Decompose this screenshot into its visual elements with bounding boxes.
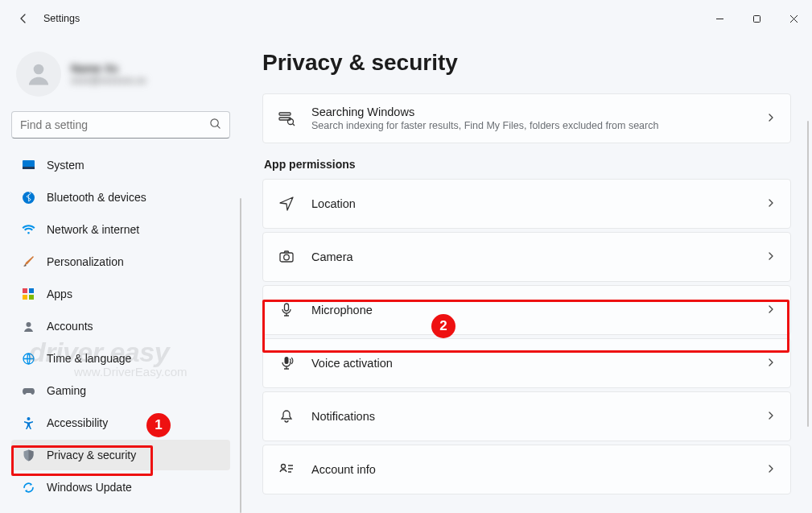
perm-label: Location [311,197,766,210]
sidebar-item-label: Windows Update [47,481,132,494]
camera-icon [278,248,295,266]
search-icon [209,118,221,133]
chevron-right-icon [766,409,776,424]
app-permissions-heading: App permissions [264,158,791,171]
account-info-icon [278,461,295,478]
perm-label: Camera [311,250,766,263]
bluetooth-icon [21,190,35,205]
globe-icon [21,351,35,366]
profile-email: xxxx@xxxxxxx.xx [71,75,146,86]
chevron-right-icon [766,303,776,317]
sidebar-item-label: Gaming [47,384,86,397]
searching-windows-card[interactable]: Searching Windows Search indexing for fa… [262,93,791,143]
system-icon [21,158,35,172]
svg-rect-9 [29,295,34,300]
sidebar-item-network[interactable]: Network & internet [11,214,230,245]
avatar [16,52,61,97]
svg-point-2 [211,118,218,126]
svg-rect-19 [285,357,289,364]
main-scrollbar[interactable] [807,121,809,427]
window-title: Settings [43,13,80,24]
location-icon [278,195,295,213]
svg-point-17 [284,254,290,260]
sidebar-item-label: Time & language [47,352,131,365]
sidebar-item-system[interactable]: System [11,150,230,180]
back-button[interactable] [16,11,31,26]
chevron-right-icon [766,197,776,211]
sidebar-item-accounts[interactable]: Accounts [11,311,230,341]
svg-rect-8 [23,295,27,300]
chevron-right-icon [766,462,776,477]
page-title: Privacy & security [262,50,791,76]
card-title: Searching Windows [311,105,766,118]
sidebar-item-label: Bluetooth & devices [47,191,146,204]
close-button[interactable] [775,0,812,37]
perm-voice-activation[interactable]: Voice activation [262,338,791,388]
search-index-icon [278,110,295,127]
sidebar-item-time-language[interactable]: Time & language [11,343,230,374]
perm-account-info[interactable]: Account info [262,445,791,494]
svg-rect-0 [753,15,760,22]
svg-point-10 [26,322,31,327]
perm-label: Microphone [311,304,766,316]
svg-point-12 [27,417,30,420]
svg-rect-13 [279,113,291,115]
chevron-right-icon [766,356,776,370]
perm-label: Voice activation [311,357,766,370]
accessibility-icon [21,416,35,430]
sidebar-item-personalization[interactable]: Personalization [11,246,230,277]
wifi-icon [21,222,35,237]
chevron-right-icon [766,250,776,264]
brush-icon [21,254,35,269]
perm-label: Account info [311,463,766,476]
minimize-button[interactable] [701,0,738,37]
perm-camera[interactable]: Camera [262,232,791,282]
sidebar-item-apps[interactable]: Apps [11,279,230,309]
sidebar-item-bluetooth[interactable]: Bluetooth & devices [11,182,230,213]
sidebar-item-label: Network & internet [47,223,139,236]
sidebar-item-label: System [47,159,84,172]
update-icon [21,480,35,494]
profile-block[interactable]: Name Xx xxxx@xxxxxxx.xx [11,45,230,111]
perm-label: Notifications [311,410,766,423]
svg-rect-4 [23,167,35,169]
maximize-button[interactable] [738,0,775,37]
chevron-right-icon [766,111,776,126]
svg-point-1 [34,64,44,75]
card-subtitle: Search indexing for faster results, Find… [311,120,766,131]
voice-icon [278,354,295,372]
svg-rect-18 [285,304,289,311]
sidebar-item-windows-update[interactable]: Windows Update [11,472,230,503]
perm-location[interactable]: Location [262,179,791,229]
profile-name: Name Xx [71,62,146,75]
svg-rect-7 [29,288,34,293]
accounts-icon [21,319,35,333]
svg-rect-6 [23,288,27,293]
sidebar-item-accessibility[interactable]: Accessibility [11,408,230,438]
sidebar-item-label: Personalization [47,255,124,268]
sidebar-item-label: Apps [47,288,72,300]
shield-icon [21,448,35,462]
profile-text: Name Xx xxxx@xxxxxxx.xx [71,62,146,86]
search-input[interactable] [20,118,209,131]
sidebar-item-privacy-security[interactable]: Privacy & security [11,440,230,470]
apps-icon [21,287,35,301]
perm-notifications[interactable]: Notifications [262,391,791,441]
perm-microphone[interactable]: Microphone [262,285,791,335]
sidebar-item-label: Privacy & security [47,449,136,461]
gamepad-icon [21,383,35,398]
microphone-icon [278,301,295,319]
svg-point-20 [282,465,286,469]
sidebar-item-label: Accounts [47,320,93,333]
search-box[interactable] [11,111,230,139]
sidebar-item-label: Accessibility [47,416,108,429]
bell-icon [278,408,295,425]
sidebar-item-gaming[interactable]: Gaming [11,375,230,406]
